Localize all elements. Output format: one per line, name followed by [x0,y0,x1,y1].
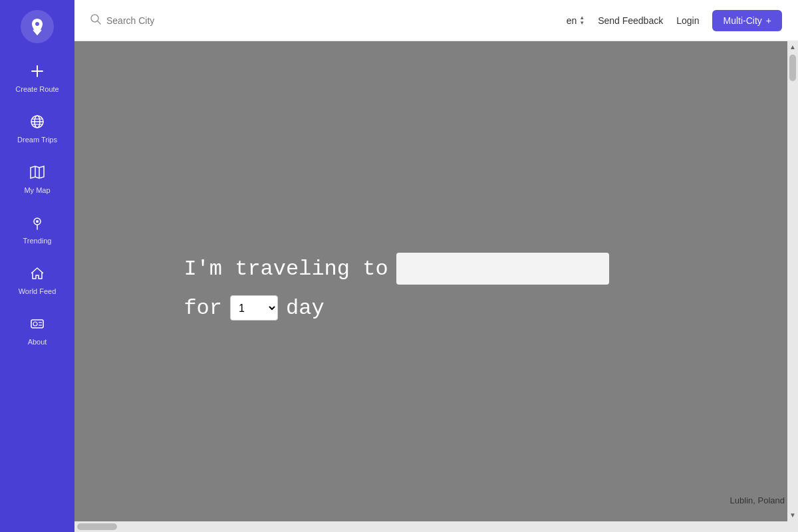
logo-icon [21,10,54,43]
multi-city-label: Multi-City [723,15,761,26]
bottom-scroll-thumb [77,523,117,530]
sidebar-logo[interactable] [0,0,74,53]
svg-marker-7 [31,166,44,178]
hero-text-prefix: I'm traveling to [184,257,388,281]
hero-text-day: day [286,296,325,321]
scroll-down-arrow[interactable]: ▼ [788,511,797,520]
days-selector[interactable]: 12345678910 [230,295,278,321]
language-code: en [567,15,577,26]
svg-point-11 [36,220,39,223]
sidebar-nav: Create Route Dream Trips [0,53,74,532]
sidebar-item-my-map[interactable]: My Map [0,154,74,205]
svg-point-13 [33,322,37,326]
city-destination-input[interactable] [396,253,609,285]
map-icon [30,165,45,182]
sidebar: Create Route Dream Trips [0,0,74,532]
bottom-scrollbar[interactable] [74,521,798,532]
search-area [90,14,556,27]
card-icon [30,317,45,334]
hero-line-2: for 12345678910 day [184,295,608,321]
pin-icon [30,215,45,233]
svg-line-17 [98,21,101,24]
lang-arrows-icon: ▲ ▼ [579,15,585,26]
multi-city-plus-icon: + [766,15,771,26]
sidebar-item-about[interactable]: About [0,306,74,356]
header: en ▲ ▼ Send Feedback Login Multi-City + [74,0,798,41]
sidebar-item-label-about: About [28,338,47,346]
home-icon [30,266,45,283]
right-scrollbar[interactable]: ▲ ▼ [787,41,798,521]
sidebar-item-label-world-feed: World Feed [19,287,57,295]
hero-line-1: I'm traveling to [184,253,608,285]
location-label: Lublin, Poland [730,495,785,505]
multi-city-button[interactable]: Multi-City + [712,10,782,31]
sidebar-item-label-create-route: Create Route [15,85,59,93]
sidebar-item-world-feed[interactable]: World Feed [0,255,74,306]
language-selector[interactable]: en ▲ ▼ [567,15,585,26]
search-input[interactable] [106,15,556,26]
search-icon [90,14,101,27]
globe-icon [30,114,45,132]
scroll-track [787,52,798,511]
scroll-up-arrow[interactable]: ▲ [788,43,797,52]
hero-text-for: for [184,296,222,321]
plus-icon [30,64,45,81]
header-right: en ▲ ▼ Send Feedback Login Multi-City + [567,10,782,31]
send-feedback-button[interactable]: Send Feedback [598,15,663,26]
login-button[interactable]: Login [676,15,699,26]
sidebar-item-label-my-map: My Map [24,186,50,194]
sidebar-item-trending[interactable]: Trending [0,205,74,255]
sidebar-item-label-dream-trips: Dream Trips [17,136,57,144]
hero-section: I'm traveling to for 12345678910 day [184,253,608,321]
sidebar-item-label-trending: Trending [23,237,51,245]
sidebar-item-dream-trips[interactable]: Dream Trips [0,104,74,154]
scroll-thumb [789,55,796,81]
sidebar-item-create-route[interactable]: Create Route [0,53,74,104]
main-content: I'm traveling to for 12345678910 day Lub… [74,41,798,532]
